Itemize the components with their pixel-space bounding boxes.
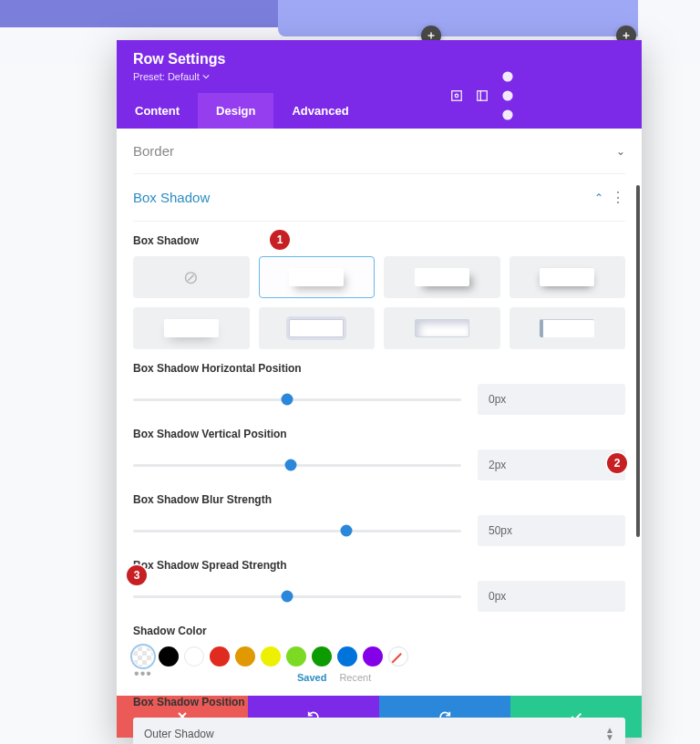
shadow-preview <box>540 319 594 337</box>
hpos-label: Box Shadow Horizontal Position <box>133 362 625 375</box>
shadow-preview <box>415 319 469 337</box>
shadow-preset-6[interactable] <box>384 307 500 349</box>
modal-title: Row Settings <box>133 51 625 67</box>
shadow-preview <box>289 319 344 337</box>
tab-advanced[interactable]: Advanced <box>273 93 366 129</box>
svg-rect-2 <box>478 91 488 101</box>
svg-rect-0 <box>452 91 462 101</box>
swatch-none[interactable] <box>388 646 408 666</box>
shadow-preview <box>289 268 344 286</box>
swatch-lime[interactable] <box>286 646 306 666</box>
shadow-position-value: Outer Shadow <box>144 728 214 740</box>
swatch-purple[interactable] <box>363 646 383 666</box>
swatch-green[interactable] <box>312 646 332 666</box>
shadow-preset-none[interactable]: ⊘ <box>133 256 250 298</box>
expand-icon[interactable] <box>476 89 489 102</box>
box-shadow-label: Box Shadow <box>133 234 625 247</box>
swatch-blue[interactable] <box>337 646 357 666</box>
shadow-preset-3[interactable] <box>510 256 626 298</box>
header-icons <box>450 89 514 102</box>
blur-slider[interactable] <box>133 530 461 532</box>
slider-thumb[interactable] <box>341 525 353 537</box>
spread-value[interactable]: 0px <box>478 581 625 612</box>
color-swatches: ••• <box>133 646 625 666</box>
section-border[interactable]: Border ⌄ <box>133 129 625 174</box>
annotation-1: 1 <box>270 230 290 250</box>
swatch-black[interactable] <box>159 646 179 666</box>
tabs: Content Design Advanced <box>117 93 642 129</box>
select-arrows-icon: ▲▼ <box>605 727 614 741</box>
vpos-slider[interactable] <box>133 464 461 467</box>
modal-header: Row Settings Preset: Default <box>117 40 642 93</box>
shadow-preview <box>164 319 219 337</box>
hpos-value[interactable]: 0px <box>478 384 625 415</box>
tab-content[interactable]: Content <box>117 93 198 129</box>
shadow-preview <box>415 268 469 286</box>
more-colors-icon[interactable]: ••• <box>133 670 153 677</box>
spread-label: Box Shadow Spread Strength <box>133 559 625 572</box>
swatch-transparent[interactable] <box>133 646 153 666</box>
shadow-preset-7[interactable] <box>510 307 626 349</box>
shadow-preset-5[interactable] <box>259 307 376 349</box>
spread-row: 0px <box>133 581 625 612</box>
bg-bar-right <box>278 0 638 36</box>
shadow-position-label: Box Shadow Position <box>133 696 625 708</box>
more-icon[interactable] <box>501 89 514 102</box>
responsive-icon[interactable] <box>450 89 463 102</box>
hpos-slider[interactable] <box>133 398 461 401</box>
swatch-tab-saved[interactable]: Saved <box>297 672 326 683</box>
svg-point-4 <box>502 71 512 81</box>
swatch-orange[interactable] <box>235 646 255 666</box>
swatch-tab-recent[interactable]: Recent <box>339 672 371 683</box>
section-more-icon[interactable]: ⋮ <box>611 189 625 206</box>
preset-label: Preset: Default <box>133 71 200 82</box>
ban-icon: ⊘ <box>183 266 199 288</box>
vpos-row: 2px <box>133 450 625 480</box>
shadow-preview <box>540 268 594 286</box>
blur-label: Box Shadow Blur Strength <box>133 493 625 506</box>
vpos-label: Box Shadow Vertical Position <box>133 428 625 440</box>
blur-row: 50px <box>133 515 625 546</box>
svg-point-1 <box>455 94 458 98</box>
annotation-3: 3 <box>127 565 147 585</box>
chevron-down-icon: ⌄ <box>616 145 625 158</box>
vpos-value[interactable]: 2px <box>478 450 625 480</box>
shadow-preset-grid: ⊘ <box>133 256 625 349</box>
section-box-shadow[interactable]: Box Shadow ⌃ ⋮ <box>133 174 625 222</box>
shadow-position-select[interactable]: Outer Shadow ▲▼ <box>133 718 625 744</box>
svg-point-6 <box>502 109 512 119</box>
tab-design[interactable]: Design <box>198 93 273 129</box>
modal-body: Border ⌄ Box Shadow ⌃ ⋮ Box Shadow ⊘ Box… <box>117 129 642 696</box>
slider-thumb[interactable] <box>282 394 293 406</box>
swatch-white[interactable] <box>184 646 204 666</box>
preset-dropdown[interactable]: Preset: Default <box>133 71 210 82</box>
settings-modal: Row Settings Preset: Default Content Des… <box>117 40 642 738</box>
slider-thumb[interactable] <box>282 591 293 603</box>
slider-track <box>133 464 461 467</box>
svg-point-5 <box>502 90 512 100</box>
slider-track <box>133 530 461 532</box>
scrollbar[interactable] <box>636 185 640 537</box>
hpos-row: 0px <box>133 384 625 415</box>
chevron-up-icon: ⌃ <box>594 191 603 204</box>
spread-slider[interactable] <box>133 595 461 598</box>
swatch-yellow[interactable] <box>261 646 281 666</box>
shadow-preset-2[interactable] <box>384 256 500 298</box>
swatch-red[interactable] <box>210 646 230 666</box>
slider-track <box>133 595 461 598</box>
shadow-preset-1[interactable] <box>259 256 376 298</box>
bg-bar-left <box>0 0 301 27</box>
annotation-2: 2 <box>607 453 627 473</box>
blur-value[interactable]: 50px <box>478 515 625 546</box>
slider-track <box>133 398 461 401</box>
section-border-title: Border <box>133 143 174 159</box>
shadow-preset-4[interactable] <box>133 307 250 349</box>
section-box-shadow-title: Box Shadow <box>133 190 210 205</box>
slider-thumb[interactable] <box>284 460 296 471</box>
swatch-tabs: Saved Recent <box>297 672 625 683</box>
shadow-color-label: Shadow Color <box>133 625 625 637</box>
